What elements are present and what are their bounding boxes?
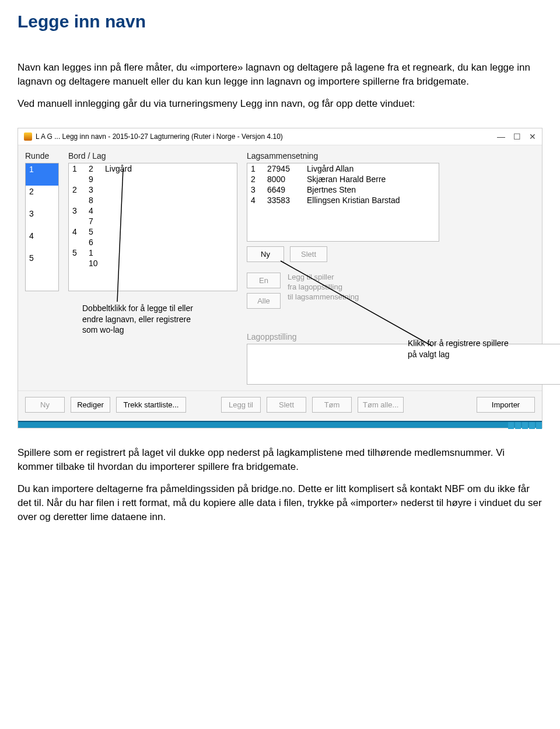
bord-list[interactable]: 12Livgård92383474565110 bbox=[68, 163, 237, 291]
bord-row[interactable]: 23 bbox=[69, 184, 237, 195]
app-icon bbox=[24, 132, 32, 141]
runde-row[interactable]: 2 bbox=[26, 186, 58, 208]
bord-row[interactable]: 12Livgård bbox=[69, 163, 237, 174]
en-button[interactable]: En bbox=[247, 273, 281, 288]
outro-p1: Spillere som er registrert på laget vil … bbox=[18, 446, 542, 474]
importer-button[interactable]: Importer bbox=[477, 397, 535, 413]
bord-row[interactable]: 9 bbox=[69, 174, 237, 184]
slett-button[interactable]: Slett bbox=[290, 246, 327, 262]
leggtil-button[interactable]: Legg til bbox=[221, 397, 261, 413]
bord-label: Bord / Lag bbox=[68, 151, 237, 161]
annotation-note-1: Dobbeltklikk for å legge til eller endre… bbox=[82, 303, 205, 335]
titlebar: L A G ... Legg inn navn - 2015-10-27 Lag… bbox=[18, 128, 542, 145]
transfer-l1: Legg til spiller bbox=[288, 273, 359, 282]
runde-row[interactable]: 1 bbox=[26, 163, 58, 186]
team-row[interactable]: 36649Bjertnes Sten bbox=[247, 184, 439, 195]
page-heading: Legge inn navn bbox=[18, 12, 542, 32]
team-list[interactable]: 127945Livgård Allan28000Skjæran Harald B… bbox=[247, 163, 439, 242]
bord-row[interactable]: 7 bbox=[69, 216, 237, 226]
tom-button[interactable]: Tøm bbox=[312, 397, 352, 413]
team-row[interactable]: 28000Skjæran Harald Berre bbox=[247, 174, 439, 184]
tomalle-button[interactable]: Tøm alle... bbox=[358, 397, 404, 413]
team-row[interactable]: 127945Livgård Allan bbox=[247, 163, 439, 174]
trekk-button[interactable]: Trekk startliste... bbox=[116, 397, 186, 413]
intro-p1: Navn kan legges inn på flere måter, du «… bbox=[18, 61, 542, 89]
maximize-icon[interactable]: ☐ bbox=[513, 132, 521, 141]
team-row[interactable]: 433583Ellingsen Kristian Barstad bbox=[247, 195, 439, 205]
transfer-l3: til lagsammensetning bbox=[288, 292, 359, 302]
runde-row[interactable]: 4 bbox=[26, 230, 58, 252]
annotation-note-2: Klikk for å registrere spillere på valgt… bbox=[408, 338, 519, 359]
team-header: Lagsammensetning bbox=[247, 151, 560, 161]
bord-row[interactable]: 51 bbox=[69, 247, 237, 258]
rediger-button[interactable]: Rediger bbox=[71, 397, 110, 413]
bottom-strip bbox=[18, 421, 542, 428]
intro-p2: Ved manuell innlegging går du via turner… bbox=[18, 97, 542, 111]
transfer-l2: fra lagoppstilling bbox=[288, 282, 359, 292]
runde-list[interactable]: 12345 bbox=[25, 163, 59, 291]
bottom-bar: Ny Rediger Trekk startliste... Legg til … bbox=[18, 390, 542, 421]
runde-row[interactable]: 5 bbox=[26, 252, 58, 274]
outro-p2: Du kan importere deltagerne fra påmeldin… bbox=[18, 482, 542, 524]
minimize-icon[interactable]: — bbox=[497, 132, 505, 141]
slett2-button[interactable]: Slett bbox=[267, 397, 306, 413]
bord-row[interactable]: 6 bbox=[69, 237, 237, 247]
runde-row[interactable]: 3 bbox=[26, 208, 58, 230]
close-icon[interactable]: ✕ bbox=[529, 132, 536, 141]
bord-row[interactable]: 10 bbox=[69, 258, 237, 268]
bord-row[interactable]: 8 bbox=[69, 195, 237, 205]
bord-row[interactable]: 45 bbox=[69, 226, 237, 237]
ny-button[interactable]: Ny bbox=[247, 246, 284, 262]
transfer-text: Legg til spiller fra lagoppstilling til … bbox=[288, 273, 359, 302]
alle-button[interactable]: Alle bbox=[247, 293, 281, 309]
app-window: L A G ... Legg inn navn - 2015-10-27 Lag… bbox=[18, 128, 542, 428]
runde-label: Runde bbox=[25, 151, 59, 161]
window-title: L A G ... Legg inn navn - 2015-10-27 Lag… bbox=[36, 132, 283, 141]
ny2-button[interactable]: Ny bbox=[25, 397, 65, 413]
bord-row[interactable]: 34 bbox=[69, 205, 237, 216]
